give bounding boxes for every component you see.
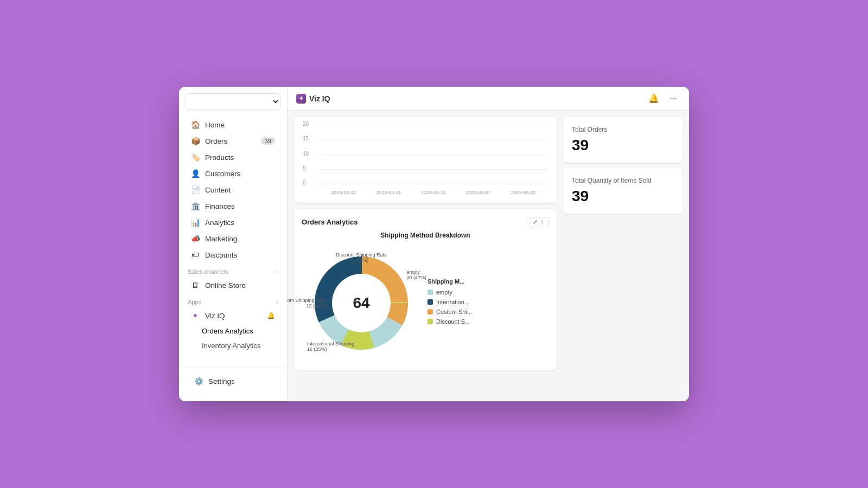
topbar: ✦ Viz IQ 🔔 ···	[288, 87, 689, 111]
main-content: ✦ Viz IQ 🔔 ··· 20 15 10 5 0	[288, 87, 689, 401]
sidebar-item-label: Home	[205, 121, 225, 129]
bar-date: 2023-04-10	[413, 190, 454, 195]
sidebar-item-label: Settings	[208, 377, 235, 386]
sidebar-nav: 🏠 Home 📦 Orders 39 🏷️ Products 👤 Custome…	[179, 117, 287, 367]
apps-section: Apps ›	[179, 293, 287, 307]
donut-chart-subtitle: Shipping Method Breakdown	[302, 232, 549, 239]
sidebar-item-online-store[interactable]: 🖥 Online Store	[182, 277, 284, 293]
sidebar: 🏠 Home 📦 Orders 39 🏷️ Products 👤 Custome…	[179, 87, 288, 401]
content-area: 20 15 10 5 0	[288, 111, 689, 401]
total-orders-value: 39	[572, 137, 674, 154]
donut-label-international: International Shipping16 (25%)	[307, 341, 354, 352]
sidebar-item-analytics[interactable]: 📊 Analytics	[182, 214, 284, 230]
home-icon: 🏠	[191, 120, 200, 129]
sub-nav-label: Orders Analytics	[202, 327, 253, 335]
bar-date: 2023-03-22	[503, 190, 544, 195]
content-icon: 📄	[191, 185, 200, 194]
topbar-logo: ✦ Viz IQ	[296, 94, 330, 104]
logo-icon: ✦	[296, 94, 306, 104]
legend-item-empty: empty	[427, 289, 493, 296]
bar-chart-area: 20 15 10 5 0	[302, 125, 549, 195]
donut-chart-card: Orders Analytics ⤢ ⋮ Shipping Method Bre…	[294, 209, 557, 370]
donut-section-title: Orders Analytics	[302, 218, 358, 226]
sidebar-item-products[interactable]: 🏷️ Products	[182, 149, 284, 165]
donut-label-discount: Discount Shipping Rate6 (9%)	[336, 252, 387, 263]
total-qty-value: 39	[572, 188, 674, 205]
total-qty-card: Total Quantity of Items Sold 39	[563, 168, 682, 214]
donut-chart-wrapper: 64 Discount Shipping Rate6 (9%) Custom S…	[302, 243, 421, 363]
charts-column: 20 15 10 5 0	[294, 117, 557, 395]
sidebar-item-label: Marketing	[205, 235, 237, 243]
more-menu-button[interactable]: ···	[667, 92, 680, 106]
sidebar-item-inventory-analytics[interactable]: Inventory Analytics	[182, 338, 284, 353]
sidebar-bottom: ⚙️ Settings	[179, 367, 287, 395]
total-orders-card: Total Orders 39	[563, 117, 682, 163]
viz-iq-icon: ✦	[191, 311, 200, 320]
expand-button[interactable]: ⤢ ⋮	[529, 217, 549, 227]
donut-card-actions: ⤢ ⋮	[529, 217, 549, 227]
sidebar-search[interactable]	[186, 93, 280, 110]
store-selector[interactable]	[186, 93, 280, 110]
sidebar-item-label: Analytics	[205, 219, 234, 227]
legend-title: Shipping M...	[427, 278, 493, 285]
legend-item-discount: Discount S...	[427, 318, 493, 325]
legend-label: Discount S...	[436, 318, 470, 325]
stats-column: Total Orders 39 Total Quantity of Items …	[563, 117, 682, 395]
sidebar-item-finances[interactable]: 🏛️ Finances	[182, 198, 284, 214]
products-icon: 🏷️	[191, 153, 200, 162]
discounts-icon: 🏷	[191, 251, 200, 259]
chevron-right-icon-2: ›	[276, 299, 278, 305]
donut-label-custom: Custom Shipping Rate12 (19%)	[288, 298, 326, 309]
sidebar-item-customers[interactable]: 👤 Customers	[182, 165, 284, 182]
bar-dates-row: 2023-04-12 2023-04-11 2023-04-10 2023-04…	[318, 190, 549, 195]
legend-label: empty	[436, 289, 452, 296]
chevron-right-icon: ›	[276, 268, 278, 275]
total-orders-label: Total Orders	[572, 126, 674, 133]
settings-icon: ⚙️	[194, 377, 203, 386]
legend-panel: Shipping M... empty Internation...	[427, 278, 493, 328]
sidebar-item-home[interactable]: 🏠 Home	[182, 117, 284, 133]
finances-icon: 🏛️	[191, 202, 200, 210]
sidebar-item-label: Online Store	[205, 281, 246, 290]
donut-card-header: Orders Analytics ⤢ ⋮	[302, 217, 549, 227]
marketing-icon: 📣	[191, 234, 200, 243]
bar-date: 2023-04-11	[368, 190, 409, 195]
sidebar-item-label: Products	[205, 153, 234, 162]
sidebar-item-label: Customers	[205, 170, 240, 178]
customers-icon: 👤	[191, 169, 200, 178]
bars-container	[318, 125, 549, 184]
legend-item-custom: Custom Shi...	[427, 309, 493, 315]
sub-nav-label: Inventory Analytics	[202, 342, 260, 350]
analytics-icon: 📊	[191, 218, 200, 227]
online-store-icon: 🖥	[191, 281, 200, 290]
donut-center-value: 64	[353, 294, 369, 312]
bell-icon: 🔔	[267, 312, 275, 319]
bar-chart-card: 20 15 10 5 0	[294, 117, 557, 203]
sidebar-item-label: Orders	[205, 137, 227, 145]
sidebar-item-settings[interactable]: ⚙️ Settings	[186, 373, 280, 389]
sales-channels-section: Sales channels ›	[179, 263, 287, 277]
notification-button[interactable]: 🔔	[645, 91, 662, 106]
legend-dot	[427, 290, 433, 295]
sidebar-item-orders[interactable]: 📦 Orders 39	[182, 133, 284, 149]
sidebar-item-marketing[interactable]: 📣 Marketing	[182, 230, 284, 247]
sidebar-item-content[interactable]: 📄 Content	[182, 182, 284, 198]
sidebar-item-discounts[interactable]: 🏷 Discounts	[182, 247, 284, 263]
sidebar-item-viz-iq[interactable]: ✦ Viz IQ 🔔	[182, 307, 284, 324]
sidebar-item-label: Finances	[205, 202, 235, 210]
donut-label-empty: empty30 (47%)	[406, 269, 426, 280]
bar-date: 2023-04-12	[323, 190, 364, 195]
orders-icon: 📦	[191, 137, 200, 145]
legend-item-international: Internation...	[427, 299, 493, 305]
legend-dot	[427, 309, 433, 314]
legend-label: Custom Shi...	[436, 309, 472, 315]
orders-badge: 39	[261, 137, 275, 145]
sidebar-item-label: Viz IQ	[205, 312, 225, 320]
legend-dot	[427, 319, 433, 324]
bar-date: 2023-04-07	[458, 190, 499, 195]
donut-content: 64 Discount Shipping Rate6 (9%) Custom S…	[302, 243, 549, 363]
app-window: 🏠 Home 📦 Orders 39 🏷️ Products 👤 Custome…	[179, 87, 689, 401]
sidebar-item-orders-analytics[interactable]: Orders Analytics	[182, 324, 284, 338]
legend-dot	[427, 299, 433, 305]
legend-label: Internation...	[436, 299, 469, 305]
